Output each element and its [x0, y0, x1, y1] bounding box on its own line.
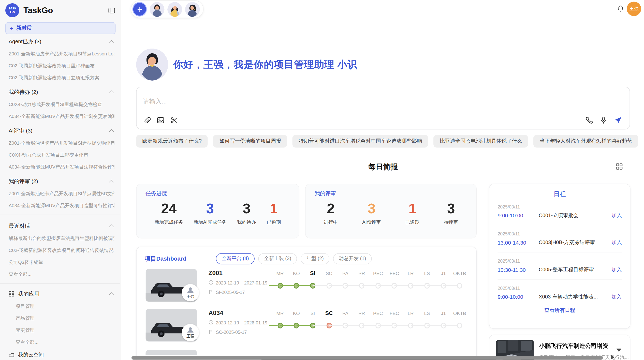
sidebar-section-header[interactable]: Agent已办 (3) — [9, 38, 114, 45]
user-avatar[interactable]: 王强 — [627, 2, 641, 16]
sidebar-item[interactable]: A034-全新新能源MUV产品开发项目计划变更表编写 — [9, 113, 114, 119]
chevron-up-icon — [109, 129, 114, 133]
section-label: Agent已办 (3) — [9, 38, 41, 45]
view-all-schedule-link[interactable]: 查看所有日程 — [489, 307, 630, 314]
join-link[interactable]: 加入 — [611, 239, 622, 246]
milestone-label-ls: LS — [419, 311, 435, 316]
recent-conversation-item[interactable]: 解释最新出台的欧盟报废车法规再生塑料比例被调至15%... — [9, 235, 114, 242]
project-row[interactable]: 王强A0342023-12-19 ~ 2026-01-19SC-2025-05-… — [137, 305, 476, 345]
microphone-icon[interactable] — [599, 116, 607, 124]
sidebar-item[interactable]: C02-飞腾新能源轻客改款项目立项汇报方案 — [9, 75, 114, 81]
project-thumb-partial — [145, 350, 197, 355]
project-dashboard-card: 项目Dashboard 全新平台 (4)全新上装 (3)年型 (2)动总开发 (… — [136, 247, 477, 360]
sidebar-item[interactable]: C02-飞腾新能源轻客改款项目里程碑画布 — [9, 63, 114, 69]
dashboard-tab[interactable]: 动总开发 (1) — [333, 253, 372, 264]
join-link[interactable]: 加入 — [611, 266, 622, 273]
chevron-up-icon — [109, 292, 114, 297]
milestone-label-pec: PEC — [370, 311, 386, 316]
layout-grid-icon[interactable] — [616, 163, 623, 170]
milestone-track: MRKOSISCPAPRPECFECLRLSJ1OKTB — [277, 268, 473, 301]
sidebar-item[interactable]: Z001-全新燃油皮卡产品开发项目SI节点Lesson Learn报告 — [9, 51, 114, 57]
notification-bell-icon[interactable] — [617, 5, 624, 12]
join-link[interactable]: 加入 — [611, 293, 622, 300]
suggestion-chip[interactable]: 欧洲新规最近颁布了什么? — [136, 135, 208, 147]
suggestion-chip[interactable]: 比亚迪全固态电池计划具体说了什么 — [434, 135, 528, 147]
suggestion-chip[interactable]: 如何写一份清晰的项目周报 — [213, 135, 287, 147]
schedule-event-title: C003|H0B-方案冻结评审 — [539, 239, 608, 246]
schedule-event-title: X003-车辆动力学性能验... — [539, 293, 608, 300]
screenshot-scissors-icon[interactable] — [170, 116, 178, 124]
recent-label: 最近对话 — [9, 222, 30, 230]
recent-conversation-item[interactable]: C02-飞腾新能源轻客改款项目的闭环通告反馈情况 — [9, 247, 114, 253]
suggestion-chips: 欧洲新规最近颁布了什么?如何写一份清晰的项目周报特朗普可能对进口汽车增税会对中国… — [136, 135, 638, 147]
agent-avatar-1[interactable] — [150, 2, 165, 17]
section-label: 我的评审 (2) — [9, 177, 38, 185]
suggestion-chip[interactable]: 当下年轻人对汽车外观有怎样的喜好趋势 — [534, 135, 638, 147]
sidebar-section-header[interactable]: AI评审 (3) — [9, 127, 114, 134]
sidebar-scroll-area[interactable]: Agent已办 (3)Z001-全新燃油皮卡产品开发项目SI节点Lesson L… — [0, 31, 120, 360]
sidebar-item[interactable]: A034-全新新能源MUV产品开发项目造型可行性评审 — [9, 203, 114, 209]
sidebar-item-cloud-space[interactable]: 我的云空间 — [9, 351, 114, 358]
sidebar-item[interactable]: Z001-全新燃油轻卡产品开发项目SI造型提交物评审 — [9, 140, 114, 146]
dashboard-tab[interactable]: 年型 (2) — [301, 253, 329, 264]
attachment-icon[interactable] — [143, 116, 151, 124]
schedule-item[interactable]: 2025/03/1110:30-11:30C005-整车工程目标评审加入 — [497, 252, 622, 273]
chat-composer[interactable]: 请输入... — [136, 87, 630, 129]
clock-icon — [209, 280, 216, 286]
project-dates: 2023-12-19 ~ 2027-01-19 — [209, 280, 267, 286]
voice-call-icon[interactable] — [585, 116, 593, 124]
sidebar-collapse-icon[interactable] — [108, 7, 115, 14]
plus-icon — [136, 6, 143, 12]
project-row[interactable]: 王强Z0012023-12-19 ~ 2027-01-19SI-2025-05-… — [137, 265, 476, 305]
dashboard-tab[interactable]: 全新上装 (3) — [258, 253, 297, 264]
project-dates-text: 2023-12-19 ~ 2027-01-19 — [216, 280, 267, 285]
horizontal-scrollbar-thumb[interactable] — [131, 356, 603, 360]
dashboard-tab[interactable]: 全新平台 (4) — [216, 253, 255, 264]
app-item[interactable]: 变更管理 — [16, 327, 114, 333]
sidebar-item[interactable]: A034-全新新能源MUV产品开发项目法规符合性评审 — [9, 164, 114, 170]
schedule-item[interactable]: 2025/03/119:00-10:00X003-车辆动力学性能验...加入 — [497, 279, 622, 300]
recent-view-all[interactable]: 查看全部... — [9, 271, 114, 277]
milestone-dot-oktb[interactable] — [457, 283, 462, 289]
agent-avatar-3[interactable] — [185, 2, 200, 17]
schedule-date: 2025/03/11 — [497, 231, 622, 236]
schedule-items: 2025/03/119:00-10:00C001-立项审批会加入2025/03/… — [489, 198, 630, 301]
schedule-item[interactable]: 2025/03/119:00-10:00C001-立项审批会加入 — [497, 198, 622, 219]
project-flag-milestone: SC-2025-05-17 — [209, 329, 267, 335]
stat: 1已逾期 — [267, 200, 281, 225]
app-logo: Task Go — [5, 3, 19, 17]
scroll-right-arrow[interactable] — [611, 355, 614, 359]
suggestion-chip[interactable]: 特朗普可能对进口汽车增税会对中国车企造成哪些影响 — [292, 135, 428, 147]
recent-conversation-item[interactable]: 公司Q3轻卡销量 — [9, 259, 114, 265]
image-upload-icon[interactable] — [157, 116, 165, 124]
milestone-label-pa: PA — [337, 271, 354, 276]
sidebar-item[interactable]: C0X4-动力总成开发项目SI里程碑提交物检查 — [9, 101, 114, 108]
send-icon[interactable] — [614, 116, 622, 124]
milestone-dot-oktb[interactable] — [457, 323, 462, 328]
owner-avatar-icon — [186, 327, 194, 334]
apps-view-all[interactable]: 查看全部... — [16, 339, 114, 345]
join-link[interactable]: 加入 — [611, 212, 622, 219]
sidebar-section-header[interactable]: 我的待办 (2) — [9, 88, 114, 96]
agent-avatar-2[interactable] — [167, 2, 182, 17]
stat-label: 新增完成任务 — [155, 219, 183, 225]
logo-row: Task Go TaskGo — [0, 0, 120, 17]
sidebar-item[interactable]: Z001-全新燃油轻卡产品开发项目SI节点属性5D文件评审 — [9, 191, 114, 197]
clock-icon — [209, 320, 216, 326]
add-agent-button[interactable] — [133, 2, 147, 17]
app-item[interactable]: 产品管理 — [16, 315, 114, 321]
divider — [0, 283, 120, 284]
schedule-item[interactable]: 2025/03/1113:00-14:30C003|H0B-方案冻结评审加入 — [497, 225, 622, 246]
sidebar-section-header[interactable]: 我的评审 (2) — [9, 177, 114, 185]
sidebar-item[interactable]: C0X4-动力总成开发项目工程变更评审 — [9, 152, 114, 158]
app-item[interactable]: 项目管理 — [16, 303, 114, 309]
stat-label: 已逾期 — [267, 219, 281, 225]
dashboard-header: 项目Dashboard 全新平台 (4)全新上装 (3)年型 (2)动总开发 (… — [137, 247, 476, 264]
scroll-down-arrow[interactable] — [617, 349, 621, 352]
my-apps-header[interactable]: 我的应用 — [9, 290, 114, 298]
recent-section-header[interactable]: 最近对话 — [9, 222, 114, 230]
milestone-label-oktb: OKTB — [451, 271, 468, 276]
stat: 1已逾期 — [405, 200, 420, 225]
schedule-row: 9:00-10:00X003-车辆动力学性能验...加入 — [497, 293, 622, 300]
milestone-label-j1: J1 — [435, 271, 452, 276]
